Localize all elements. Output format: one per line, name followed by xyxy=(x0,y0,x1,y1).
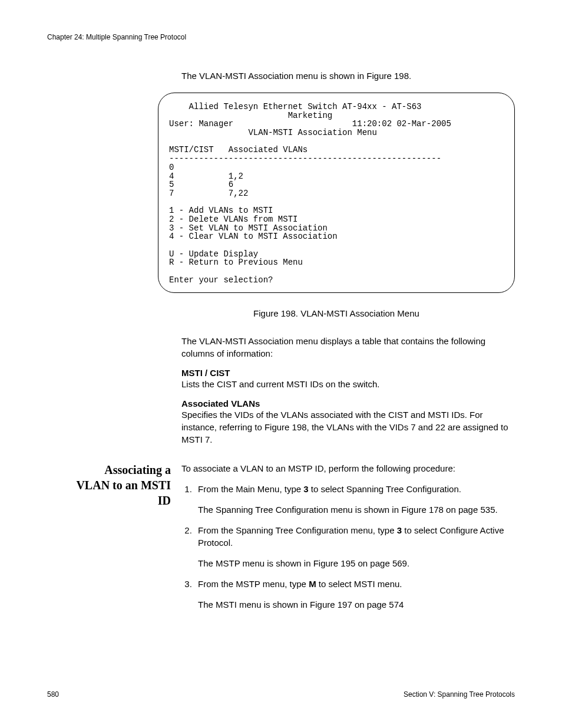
procedure-intro: To associate a VLAN to an MSTP ID, perfo… xyxy=(181,462,515,475)
step-text-bold: 3 xyxy=(397,525,402,535)
step-subtext: The MSTP menu is shown in Figure 195 on … xyxy=(198,557,515,569)
procedure-list: From the Main Menu, type 3 to select Spa… xyxy=(181,483,515,611)
page-number: 580 xyxy=(47,690,59,699)
figure-caption: Figure 198. VLAN-MSTI Association Menu xyxy=(158,308,515,318)
definition-associated-vlans: Associated VLANs Specifies the VIDs of t… xyxy=(181,398,515,446)
step-text-post: to select Spanning Tree Configuration. xyxy=(309,484,461,494)
side-heading-associating: Associating a VLAN to an MSTI ID xyxy=(71,462,171,508)
procedure-step-1: From the Main Menu, type 3 to select Spa… xyxy=(194,483,515,516)
section-label: Section V: Spanning Tree Protocols xyxy=(404,690,515,699)
step-text-post: to select MSTI menu. xyxy=(316,579,402,589)
step-text-pre: From the Spanning Tree Configuration men… xyxy=(198,525,397,535)
procedure-step-3: From the MSTP menu, type M to select MST… xyxy=(194,578,515,611)
step-text-pre: From the MSTP menu, type xyxy=(198,579,309,589)
def-body: Lists the CIST and current MSTI IDs on t… xyxy=(181,378,515,390)
after-figure-text: The VLAN-MSTI Association menu displays … xyxy=(181,335,515,360)
step-subtext: The MSTI menu is shown in Figure 197 on … xyxy=(198,598,515,611)
chapter-header: Chapter 24: Multiple Spanning Tree Proto… xyxy=(47,33,515,41)
intro-text: The VLAN-MSTI Association menu is shown … xyxy=(181,70,515,82)
step-text-pre: From the Main Menu, type xyxy=(198,484,303,494)
step-text-bold: 3 xyxy=(303,484,308,494)
page-footer: 580 Section V: Spanning Tree Protocols xyxy=(47,690,515,699)
def-body: Specifies the VIDs of the VLANs associat… xyxy=(181,409,515,446)
terminal-screenshot: Allied Telesyn Ethernet Switch AT-94xx -… xyxy=(158,93,515,293)
step-text-bold: M xyxy=(309,579,316,589)
def-term: Associated VLANs xyxy=(181,398,515,409)
def-term: MSTI / CIST xyxy=(181,368,515,378)
definition-msti-cist: MSTI / CIST Lists the CIST and current M… xyxy=(181,368,515,390)
step-subtext: The Spanning Tree Configuration menu is … xyxy=(198,503,515,516)
procedure-step-2: From the Spanning Tree Configuration men… xyxy=(194,524,515,569)
